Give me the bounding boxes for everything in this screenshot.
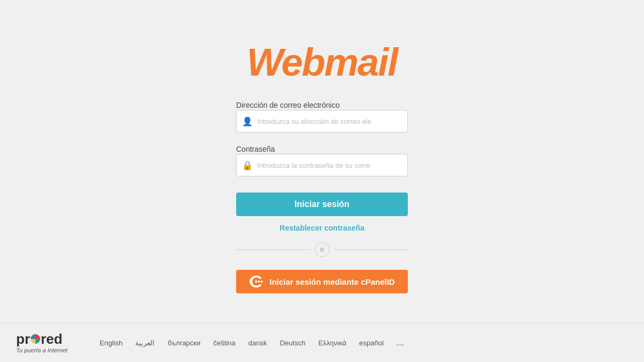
user-icon: 👤: [242, 116, 253, 127]
lang-arabic[interactable]: العربية: [135, 339, 155, 347]
password-field-group: Contraseña 🔒: [236, 144, 408, 186]
email-input[interactable]: [257, 117, 402, 125]
footer-languages: English العربية български čeština dansk …: [100, 338, 404, 348]
email-field-group: Dirección de correo electrónico 👤: [236, 100, 408, 142]
cpanel-button-label: Iniciar sesión mediante cPanelID: [269, 277, 394, 286]
main-content: Webmail Dirección de correo electrónico …: [0, 0, 644, 323]
lang-bulgarian[interactable]: български: [167, 339, 200, 347]
email-label: Dirección de correo electrónico: [236, 101, 340, 109]
reset-password-link[interactable]: Restablecer contraseña: [236, 224, 408, 232]
divider-line-left: [236, 249, 310, 250]
footer-logo-text: pr red: [16, 332, 62, 346]
lang-spanish[interactable]: español: [359, 339, 384, 347]
lang-danish[interactable]: dansk: [248, 339, 267, 347]
password-label: Contraseña: [236, 145, 275, 153]
lang-english[interactable]: English: [100, 339, 123, 347]
email-input-wrapper: 👤: [236, 110, 408, 132]
password-input[interactable]: [257, 161, 402, 169]
divider-line-right: [334, 249, 408, 250]
logo-pr: pr: [16, 332, 30, 346]
lock-icon: 🔒: [242, 160, 253, 171]
footer-tagline: Tu puerta a Internet: [16, 347, 68, 353]
divider: o: [236, 242, 408, 257]
footer: pr red Tu puerta a Internet English العر…: [0, 323, 644, 362]
webmail-logo: Webmail: [247, 40, 398, 84]
lang-more[interactable]: ...: [397, 338, 404, 348]
lang-greek[interactable]: Ελληνικά: [318, 339, 346, 347]
divider-circle: o: [314, 242, 330, 257]
footer-logo: pr red Tu puerta a Internet: [16, 332, 68, 353]
login-form: Dirección de correo electrónico 👤 Contra…: [236, 100, 408, 293]
cpanel-login-button[interactable]: Iniciar sesión mediante cPanelID: [236, 270, 408, 293]
logo-container: Webmail: [247, 40, 398, 84]
login-button[interactable]: Iniciar sesión: [236, 193, 408, 216]
logo-circle-icon: [31, 334, 40, 344]
cpanel-icon: [249, 274, 264, 289]
password-input-wrapper: 🔒: [236, 154, 408, 176]
lang-german[interactable]: Deutsch: [280, 339, 305, 347]
logo-red: red: [41, 332, 62, 346]
lang-czech[interactable]: čeština: [214, 339, 236, 347]
